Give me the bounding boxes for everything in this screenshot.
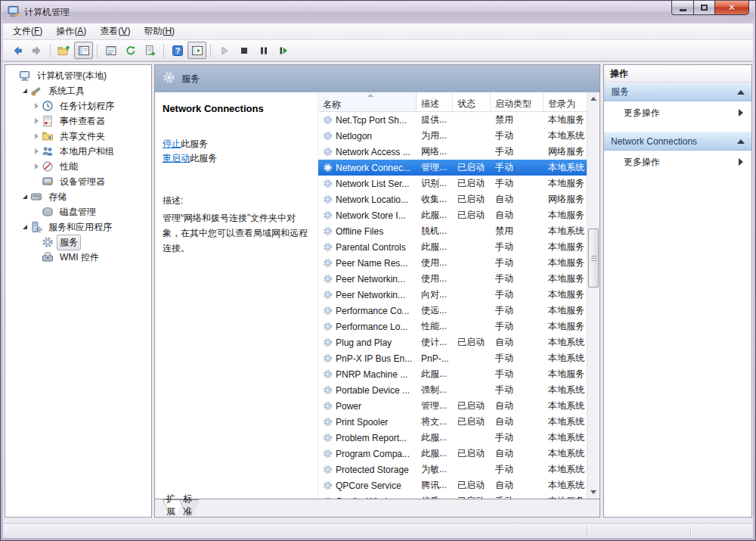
service-row[interactable]: PnP-X IP Bus En...PnP-...手动本地系统 xyxy=(318,350,587,366)
actions-section-header[interactable]: 服务 xyxy=(604,82,751,101)
service-row[interactable]: Program Compa...此服...已启动自动本地系统 xyxy=(318,446,587,462)
service-gear-icon xyxy=(323,115,333,125)
scrollbar-thumb[interactable] xyxy=(588,229,599,288)
tree-item-disk-management[interactable]: 磁盘管理 xyxy=(5,204,151,219)
scroll-up-button[interactable] xyxy=(587,92,600,105)
expand-arrow-icon[interactable] xyxy=(33,163,40,169)
tab-extended[interactable]: 扩展 xyxy=(163,499,182,514)
service-row[interactable]: QPCore Service腾讯...已启动自动本地系统 xyxy=(318,477,587,493)
expand-arrow-icon[interactable] xyxy=(33,148,40,154)
tree-item-event-viewer[interactable]: 事件查看器 xyxy=(5,113,151,129)
show-action-pane-button[interactable] xyxy=(187,42,206,59)
tree-item-computer[interactable]: 计算机管理(本地) xyxy=(5,68,151,83)
help-button[interactable]: ? xyxy=(168,42,187,59)
service-name: Parental Controls xyxy=(336,242,406,253)
tree-item-device-manager[interactable]: 设备管理器 xyxy=(5,174,151,189)
service-row[interactable]: Peer Name Res...使用...手动本地服务 xyxy=(318,255,587,271)
service-row[interactable]: Peer Networkin...使用...手动本地服务 xyxy=(318,271,587,287)
service-row[interactable]: Portable Device ...强制...手动本地系统 xyxy=(318,382,587,398)
service-row[interactable]: Offline Files脱机...禁用本地系统 xyxy=(318,223,587,239)
tree-item-label: 计算机管理(本地) xyxy=(34,68,110,84)
service-row[interactable]: Plug and Play使计...已启动自动本地系统 xyxy=(318,334,587,350)
service-row[interactable]: Parental Controls此服...手动本地服务 xyxy=(318,239,587,255)
service-row[interactable]: Performance Co...使远...手动本地服务 xyxy=(318,303,587,319)
properties-button[interactable] xyxy=(101,42,120,59)
service-row[interactable]: Network List Ser...识别...已启动手动本地服务 xyxy=(318,176,587,191)
service-gear-icon xyxy=(323,322,333,331)
more-actions-item[interactable]: 更多操作 xyxy=(604,151,751,173)
expand-arrow-icon[interactable] xyxy=(33,133,40,139)
collapse-arrow-icon[interactable] xyxy=(21,194,29,199)
tree-item-performance[interactable]: 性能 xyxy=(5,159,151,174)
vertical-scrollbar[interactable] xyxy=(587,92,600,499)
service-name: Performance Lo... xyxy=(336,322,407,332)
service-logon-cell: 本地系统 xyxy=(544,384,587,396)
tree-item-tools[interactable]: 系统工具 xyxy=(5,83,151,98)
export-list-button[interactable] xyxy=(141,42,160,59)
stop-service-button[interactable] xyxy=(234,42,253,59)
service-description-cell: 此服... xyxy=(417,241,453,253)
service-row[interactable]: Network Locatio...收集...已启动自动网络服务 xyxy=(318,191,587,207)
service-startup-cell: 自动 xyxy=(491,415,544,428)
view-tabstrip: 扩展标准 xyxy=(155,499,600,517)
service-name: QPCore Service xyxy=(336,480,401,491)
tree-item-task-scheduler[interactable]: 任务计划程序 xyxy=(5,98,151,113)
tree-item-users[interactable]: 本地用户和组 xyxy=(5,144,151,159)
expand-arrow-icon[interactable] xyxy=(33,103,40,109)
service-row[interactable]: Quality Windo...优质...已启动手动本地服务 xyxy=(318,493,587,499)
service-gear-icon xyxy=(323,480,333,490)
menu-h[interactable]: 帮助(H) xyxy=(137,23,181,40)
more-actions-item[interactable]: 更多操作 xyxy=(604,101,751,124)
start-service-button[interactable] xyxy=(215,42,234,59)
scroll-down-button[interactable] xyxy=(587,486,600,499)
service-row[interactable]: Network Connec...管理...已启动手动本地系统 xyxy=(318,160,587,176)
close-button[interactable]: ✕ xyxy=(714,1,749,15)
menu-a[interactable]: 操作(A) xyxy=(49,23,93,40)
restart-service-link[interactable]: 重启动 xyxy=(163,153,190,163)
service-row[interactable]: Protected Storage为敏...手动本地系统 xyxy=(318,462,587,477)
service-row[interactable]: Power管理...已启动自动本地系统 xyxy=(318,398,587,414)
service-status-cell: 已启动 xyxy=(453,336,491,349)
column-header-startup-type[interactable]: 启动类型 xyxy=(491,92,544,111)
tree-item-storage[interactable]: 存储 xyxy=(5,189,151,204)
menu-v[interactable]: 查看(V) xyxy=(93,23,137,40)
pause-service-button[interactable] xyxy=(254,42,273,59)
maximize-button[interactable] xyxy=(693,1,715,15)
forward-button[interactable] xyxy=(27,42,46,59)
service-row[interactable]: Network Access ...网络...手动网络服务 xyxy=(318,144,587,160)
service-startup-cell: 手动 xyxy=(491,177,544,190)
actions-section-header[interactable]: Network Connections xyxy=(604,132,751,151)
titlebar[interactable]: 计算机管理 xyxy=(2,2,754,23)
service-row[interactable]: Print Spooler将文...已启动自动本地系统 xyxy=(318,414,587,430)
status-bar xyxy=(3,523,753,538)
column-header-status[interactable]: 状态 xyxy=(453,92,491,111)
service-row[interactable]: Net.Tcp Port Sh...提供...禁用本地服务 xyxy=(318,112,587,128)
service-row[interactable]: Netlogon为用...手动本地系统 xyxy=(318,128,587,144)
service-row[interactable]: Performance Lo...性能...手动本地服务 xyxy=(318,319,587,334)
service-row[interactable]: Problem Report...此服...手动本地系统 xyxy=(318,430,587,446)
collapse-arrow-icon[interactable] xyxy=(21,225,29,229)
show-console-tree-button[interactable] xyxy=(74,42,93,59)
back-button[interactable] xyxy=(8,42,26,59)
column-header-description[interactable]: 描述 xyxy=(417,92,453,111)
column-header-name[interactable]: 名称 xyxy=(318,92,417,111)
expand-arrow-icon[interactable] xyxy=(33,118,40,124)
tree-item-services-apps[interactable]: 服务和应用程序 xyxy=(5,219,151,235)
service-row[interactable]: Network Store I...此服...已启动自动本地服务 xyxy=(318,207,587,223)
service-row[interactable]: PNRP Machine ...此服...手动本地服务 xyxy=(318,366,587,382)
service-row[interactable]: Peer Networkin...向对...手动本地服务 xyxy=(318,287,587,303)
column-header-logon-as[interactable]: 登录为 xyxy=(544,92,589,111)
collapse-arrow-icon[interactable] xyxy=(21,89,29,93)
up-one-level-button[interactable] xyxy=(54,42,73,59)
tab-standard[interactable]: 标准 xyxy=(179,499,199,514)
restart-service-button[interactable] xyxy=(274,42,293,59)
tree-item-wmi[interactable]: WMI 控件 xyxy=(5,250,151,265)
service-description-cell: 管理... xyxy=(417,400,453,412)
minimize-button[interactable] xyxy=(671,1,694,15)
tree-item-shared-folders[interactable]: 共享文件夹 xyxy=(5,129,151,144)
service-startup-cell: 手动 xyxy=(491,352,544,365)
menu-f[interactable]: 文件(F) xyxy=(6,23,49,40)
tree-item-services[interactable]: 服务 xyxy=(5,235,151,250)
refresh-button[interactable] xyxy=(121,42,140,59)
stop-service-link[interactable]: 停止 xyxy=(163,138,181,149)
